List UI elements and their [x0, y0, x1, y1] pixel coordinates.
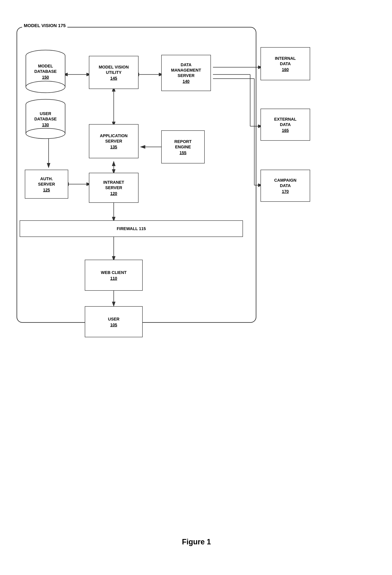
campaign-data-num: 170: [282, 189, 289, 194]
figure-label: Figure 1: [12, 538, 380, 546]
model-database-num: 150: [42, 75, 49, 80]
external-data-label: EXTERNALDATA: [274, 117, 297, 127]
data-management-server: DATAMANAGEMENTSERVER 140: [161, 55, 211, 91]
report-engine-num: 155: [179, 150, 186, 155]
model-database-label: MODELDATABASE: [34, 63, 57, 74]
report-engine: REPORTENGINE 155: [161, 130, 205, 164]
campaign-data: CAMPAIGNDATA 170: [261, 170, 310, 202]
app-server-num: 135: [110, 145, 117, 149]
internal-data: INTERNALDATA 160: [261, 47, 310, 80]
diagram-area: 100: [12, 17, 380, 554]
campaign-data-label: CAMPAIGNDATA: [274, 178, 296, 188]
firewall: FIREWALL 115: [20, 220, 243, 237]
intranet-server-num: 120: [110, 191, 117, 196]
model-vision-utility-label: MODEL VISIONUTILITY: [99, 64, 129, 75]
user-database-num: 130: [42, 122, 49, 127]
user-database-text: USERDATABASE 130: [25, 98, 66, 140]
user-database: USERDATABASE 130: [25, 98, 66, 140]
firewall-label: FIREWALL 115: [117, 226, 146, 231]
auth-server: AUTH.SERVER 125: [25, 170, 68, 199]
auth-server-label: AUTH.SERVER: [38, 176, 55, 187]
web-client-label: WEB CLIENT: [101, 270, 127, 275]
internal-data-label: INTERNALDATA: [275, 56, 296, 66]
internal-data-num: 160: [282, 67, 289, 72]
external-data-num: 165: [282, 128, 289, 133]
auth-server-num: 125: [43, 188, 50, 192]
model-database-text: MODELDATABASE 150: [25, 49, 66, 94]
model-vision-utility-num: 145: [110, 76, 117, 81]
external-data: EXTERNALDATA 165: [261, 109, 310, 141]
intranet-server: INTRANETSERVER 120: [89, 173, 138, 203]
user-box: USER 105: [85, 306, 143, 337]
report-engine-label: REPORTENGINE: [174, 139, 192, 150]
model-vision-utility: MODEL VISIONUTILITY 145: [89, 56, 138, 89]
web-client: WEB CLIENT 110: [85, 260, 143, 291]
application-server: APPLICATIONSERVER 135: [89, 124, 138, 158]
web-client-num: 110: [110, 276, 117, 281]
dms-num: 140: [183, 79, 189, 84]
user-database-label: USERDATABASE: [34, 111, 57, 122]
user-num: 105: [110, 323, 117, 327]
dms-label: DATAMANAGEMENTSERVER: [171, 62, 201, 78]
model-database: MODELDATABASE 150: [25, 49, 66, 94]
intranet-server-label: INTRANETSERVER: [103, 180, 124, 190]
user-label: USER: [108, 316, 119, 322]
app-server-label: APPLICATIONSERVER: [100, 133, 128, 144]
model-vision-label: MODEL VISION 175: [22, 23, 67, 28]
